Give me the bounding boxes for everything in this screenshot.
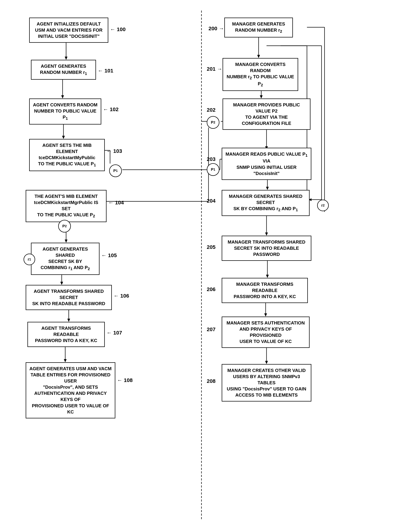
step-104-box: THE AGENT'S MIB ELEMENTtceDCMKickstartMg… xyxy=(26,190,106,222)
step-107-box: AGENT TRANSFORMS READABLEPASSWORD INTO A… xyxy=(27,322,105,347)
step-206-label: 206 xyxy=(207,286,216,292)
svg-marker-46 xyxy=(266,275,269,278)
svg-marker-2 xyxy=(65,57,68,60)
step-201-label: 201 → xyxy=(207,66,222,72)
step-201-box: MANAGER CONVERTS RANDOMNUMBER r2 TO PUBL… xyxy=(223,58,298,91)
step-205-text: MANAGER TRANSFORMS SHAREDSECRET SK INTO … xyxy=(228,239,305,257)
step-208-label: 208 xyxy=(207,378,216,384)
step-106-text: AGENT TRANSFORMS SHARED SECRETSK INTO RE… xyxy=(32,289,105,306)
page: AGENT INTIALIZES DEFAULT USM AND VACM EN… xyxy=(0,0,417,532)
step-102-box: AGENT CONVERTS RANDOMNUMBER TO PUBLIC VA… xyxy=(29,98,101,125)
svg-marker-6 xyxy=(62,136,65,139)
step-108-text: AGENT GENERATES USM AND VACMTABLE ENTRIE… xyxy=(29,366,112,415)
step-104-text: THE AGENT'S MIB ELEMENTtceDCMKickstartMg… xyxy=(34,194,98,217)
p1-circle-left: P1 xyxy=(109,164,122,177)
step-103-text: AGENT SETS THE MIB ELEMENTtceDCMKickstar… xyxy=(38,143,96,166)
svg-marker-16 xyxy=(60,282,63,285)
step-106-label: ← 106 xyxy=(114,293,129,299)
step-208-text: MANAGER CREATES OTHER VALIDUSERS BY ALTE… xyxy=(227,368,306,398)
step-101-box: AGENT GENERATESRANDOM NUMBER r1 xyxy=(31,60,96,80)
step-203-text: MANAGER READS PUBLIC VALUE P1 VIASNMP US… xyxy=(226,151,308,176)
step-201-text: MANAGER CONVERTS RANDOMNUMBER r2 TO PUBL… xyxy=(227,62,294,86)
step-108-label: ← 108 xyxy=(117,377,133,383)
step-105-label: ← 105 xyxy=(101,252,117,258)
step-107-label: ← 107 xyxy=(106,330,122,336)
svg-marker-27 xyxy=(260,95,263,98)
step-204-label: 204 xyxy=(207,198,216,204)
svg-marker-44 xyxy=(265,233,268,236)
step-202-label: 202 xyxy=(207,107,216,113)
step-208-box: MANAGER CREATES OTHER VALIDUSERS BY ALTE… xyxy=(222,364,311,402)
diagram: AGENT INTIALIZES DEFAULT USM AND VACM EN… xyxy=(15,11,402,521)
step-100-box: AGENT INTIALIZES DEFAULT USM AND VACM EN… xyxy=(29,18,108,43)
step-200-label: 200 → xyxy=(208,25,224,32)
svg-marker-18 xyxy=(67,319,70,322)
step-206-box: MANAGER TRANSFORMS READABLEPASSWORD INTO… xyxy=(222,278,308,303)
p1-circle-right: P1 xyxy=(207,163,219,176)
step-105-text: AGENT GENERATES SHAREDSECRET SK BYCOMBIN… xyxy=(41,246,90,270)
step-207-label: 207 xyxy=(207,326,216,332)
step-207-box: MANAGER SETS AUTHENTICATIONAND PRIVACY K… xyxy=(222,317,310,348)
step-203-box: MANAGER READS PUBLIC VALUE P1 VIASNMP US… xyxy=(222,148,311,180)
step-101-label: ← 101 xyxy=(98,68,113,74)
p2-circle-right: P2 xyxy=(207,116,219,129)
r1-circle: r1 xyxy=(23,254,35,265)
svg-marker-39 xyxy=(266,187,269,190)
step-204-text: MANAGER GENERATES SHARED SECRETSK BY COM… xyxy=(229,194,302,211)
step-106-box: AGENT TRANSFORMS SHARED SECRETSK INTO RE… xyxy=(26,285,112,310)
svg-marker-50 xyxy=(265,361,268,364)
svg-marker-25 xyxy=(257,55,260,58)
svg-marker-48 xyxy=(264,313,267,317)
step-108-box: AGENT GENERATES USM AND VACMTABLE ENTRIE… xyxy=(26,362,115,418)
step-200-box: MANAGER GENERATESRANDOM NUMBER r2 xyxy=(224,18,293,37)
step-102-text: AGENT CONVERTS RANDOMNUMBER TO PUBLIC VA… xyxy=(33,102,98,120)
step-203-label: 203 xyxy=(207,156,216,162)
step-105-box: AGENT GENERATES SHAREDSECRET SK BYCOMBIN… xyxy=(31,243,100,275)
step-107-text: AGENT TRANSFORMS READABLEPASSWORD INTO A… xyxy=(35,326,97,343)
step-205-label: 205 xyxy=(207,244,216,250)
step-103-label: ← 103 xyxy=(106,148,122,154)
svg-marker-20 xyxy=(64,359,67,362)
step-202-box: MANAGER PROVIDES PUBLIC VALUE P2TO AGENT… xyxy=(223,98,311,130)
step-204-box: MANAGER GENERATES SHARED SECRETSK BY COM… xyxy=(222,190,310,216)
svg-marker-13 xyxy=(65,240,68,243)
step-207-text: MANAGER SETS AUTHENTICATIONAND PRIVACY K… xyxy=(227,320,305,344)
step-205-box: MANAGER TRANSFORMS SHAREDSECRET SK INTO … xyxy=(222,236,311,261)
step-206-text: MANAGER TRANSFORMS READABLEPASSWORD INTO… xyxy=(234,282,296,299)
step-101-text: AGENT GENERATESRANDOM NUMBER r1 xyxy=(40,64,87,75)
p2-circle-left: P2 xyxy=(58,220,71,233)
step-100-label: ← 100 xyxy=(110,26,125,32)
step-103-box: AGENT SETS THE MIB ELEMENTtceDCMKickstar… xyxy=(29,139,105,171)
svg-marker-4 xyxy=(61,95,64,98)
step-102-label: ← 102 xyxy=(103,106,118,112)
step-100-text: AGENT INTIALIZES DEFAULT USM AND VACM EN… xyxy=(35,21,103,39)
step-200-text: MANAGER GENERATESRANDOM NUMBER r2 xyxy=(232,21,285,33)
step-202-text: MANAGER PROVIDES PUBLIC VALUE P2TO AGENT… xyxy=(233,102,300,126)
step-104-label: ← 104 xyxy=(108,200,124,206)
r2-circle: r2 xyxy=(317,200,329,211)
